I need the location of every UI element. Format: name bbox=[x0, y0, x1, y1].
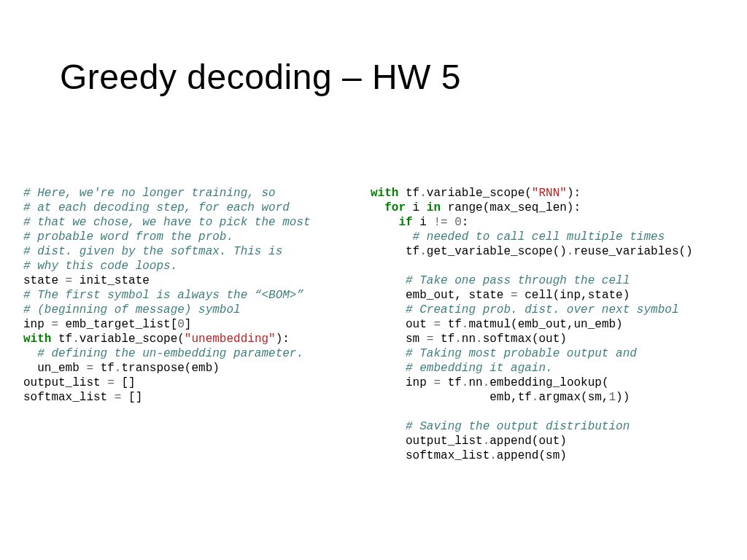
code-token: . bbox=[462, 318, 469, 331]
code-token: softmax_list bbox=[23, 391, 115, 404]
code-token: (max_seq_len): bbox=[483, 201, 581, 214]
code-token: with bbox=[371, 187, 398, 200]
code-token: . bbox=[489, 449, 497, 462]
code-token: = bbox=[433, 318, 441, 331]
comment-line: # Creating prob. dist. over next symbol bbox=[406, 303, 678, 316]
comment-line: # The first symbol is always the “<BOM>” bbox=[23, 289, 303, 302]
code-token: 0 bbox=[177, 318, 185, 331]
code-token: append(sm) bbox=[497, 449, 567, 462]
code-token: . bbox=[72, 332, 80, 346]
code-token: : bbox=[462, 216, 469, 229]
code-token: i bbox=[413, 216, 434, 229]
code-token: = bbox=[66, 274, 73, 287]
code-token: . bbox=[419, 187, 427, 200]
code-token: ): bbox=[567, 187, 581, 200]
code-token: 1 bbox=[608, 391, 616, 404]
code-token: matmul(emb_out,un_emb) bbox=[468, 318, 622, 331]
code-token: . bbox=[115, 362, 122, 375]
code-token: [] bbox=[115, 376, 136, 389]
code-token: = bbox=[511, 289, 518, 302]
code-token: tf bbox=[93, 362, 115, 375]
code-token: ] bbox=[185, 318, 192, 331]
code-token: = bbox=[427, 332, 434, 346]
code-token: state bbox=[23, 274, 66, 287]
code-token: sm bbox=[406, 332, 427, 346]
code-token: = bbox=[51, 318, 58, 331]
code-token: . bbox=[483, 435, 490, 448]
code-token: "unembedding" bbox=[185, 332, 276, 346]
comment-line: # defining the un-embedding parameter. bbox=[37, 347, 303, 360]
code-token: . bbox=[462, 376, 469, 389]
comment-line: # at each decoding step, for each word bbox=[23, 201, 290, 214]
code-token: i bbox=[406, 201, 427, 214]
code-token: with bbox=[23, 332, 51, 346]
comment-line: # (beginning of message) symbol bbox=[23, 303, 241, 316]
comment-line: # embedding it again. bbox=[406, 362, 553, 375]
code-token: nn bbox=[462, 332, 476, 346]
code-token: emb,tf bbox=[489, 391, 532, 404]
code-token: . bbox=[532, 391, 539, 404]
code-token: emb_out, state bbox=[406, 289, 511, 302]
code-token: "RNN" bbox=[532, 187, 567, 200]
code-token: un_emb bbox=[23, 362, 86, 375]
code-token: )) bbox=[616, 391, 630, 404]
code-token bbox=[448, 216, 455, 229]
comment-line: # Take one pass through the cell bbox=[406, 274, 630, 287]
slide-title: Greedy decoding – HW 5 bbox=[60, 57, 461, 97]
code-token: variable_scope( bbox=[427, 187, 532, 200]
code-token: if bbox=[398, 216, 412, 229]
code-token: . bbox=[419, 245, 427, 258]
code-token: variable_scope( bbox=[80, 332, 185, 346]
code-token: ): bbox=[276, 332, 290, 346]
code-token: emb_target_list[ bbox=[58, 318, 177, 331]
code-token: tf bbox=[406, 245, 419, 258]
code-token: embedding_lookup( bbox=[489, 376, 608, 389]
code-token: in bbox=[427, 201, 441, 214]
code-token: . bbox=[454, 332, 462, 346]
comment-line: # Here, we're no longer training, so bbox=[23, 187, 276, 200]
code-token: append(out) bbox=[489, 435, 567, 448]
code-left-column: # Here, we're no longer training, so # a… bbox=[23, 186, 352, 405]
code-token: for bbox=[384, 201, 406, 214]
code-right-column: with tf.variable_scope("RNN"): for i in … bbox=[371, 186, 728, 463]
comment-line: # probable word from the prob. bbox=[23, 230, 233, 244]
code-token: softmax(out) bbox=[483, 332, 567, 346]
code-token: != bbox=[433, 216, 447, 229]
code-token: . bbox=[483, 376, 490, 389]
code-token: [] bbox=[121, 391, 142, 404]
slide: Greedy decoding – HW 5 # Here, we're no … bbox=[0, 0, 747, 560]
code-token: reuse_variables() bbox=[573, 245, 692, 258]
code-token: = bbox=[86, 362, 93, 375]
comment-line: # that we chose, we have to pick the mos… bbox=[23, 216, 311, 229]
code-token: tf bbox=[433, 332, 454, 346]
code-token: 0 bbox=[454, 216, 462, 229]
code-token: tf bbox=[441, 318, 462, 331]
comment-line: # why this code loops. bbox=[23, 260, 177, 273]
code-token: transpose(emb) bbox=[121, 362, 219, 375]
comment-line: # needed to call cell multiple times bbox=[413, 230, 665, 244]
code-token: argmax(sm, bbox=[538, 391, 608, 404]
code-token: cell(inp,state) bbox=[518, 289, 630, 302]
code-token: = bbox=[433, 376, 441, 389]
code-token: inp bbox=[23, 318, 51, 331]
code-token: softmax_list bbox=[406, 449, 489, 462]
code-token: = bbox=[115, 391, 122, 404]
code-token: tf bbox=[441, 376, 462, 389]
comment-line: # Saving the output distribution bbox=[406, 420, 630, 433]
code-token: init_state bbox=[72, 274, 150, 287]
code-token: . bbox=[476, 332, 483, 346]
code-token: nn bbox=[468, 376, 482, 389]
code-token: output_list bbox=[23, 376, 107, 389]
comment-line: # Taking most probable output and bbox=[406, 347, 637, 360]
code-token: output_list bbox=[406, 435, 483, 448]
code-token: out bbox=[406, 318, 433, 331]
code-token: tf bbox=[51, 332, 72, 346]
code-token: get_variable_scope() bbox=[427, 245, 567, 258]
code-token: tf bbox=[398, 187, 419, 200]
comment-line: # dist. given by the softmax. This is bbox=[23, 245, 282, 258]
code-token: inp bbox=[406, 376, 433, 389]
code-token: = bbox=[107, 376, 115, 389]
code-token: range bbox=[441, 201, 483, 214]
